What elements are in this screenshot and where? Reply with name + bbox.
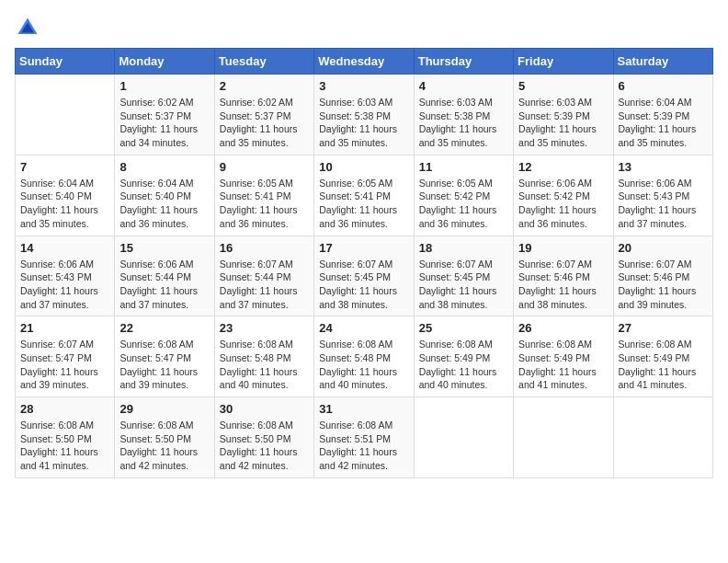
calendar-cell: 29 Sunrise: 6:08 AMSunset: 5:50 PMDaylig… bbox=[115, 397, 214, 478]
day-info: Sunrise: 6:08 AMSunset: 5:49 PMDaylight:… bbox=[419, 338, 508, 392]
header-saturday: Saturday bbox=[613, 49, 712, 75]
calendar-cell: 27 Sunrise: 6:08 AMSunset: 5:49 PMDaylig… bbox=[613, 316, 712, 397]
day-info: Sunrise: 6:03 AMSunset: 5:38 PMDaylight:… bbox=[419, 96, 508, 150]
calendar-cell: 10 Sunrise: 6:05 AMSunset: 5:41 PMDaylig… bbox=[314, 155, 414, 236]
calendar-week-2: 7 Sunrise: 6:04 AMSunset: 5:40 PMDayligh… bbox=[16, 155, 713, 236]
calendar-cell: 13 Sunrise: 6:06 AMSunset: 5:43 PMDaylig… bbox=[613, 155, 712, 236]
calendar-cell: 14 Sunrise: 6:06 AMSunset: 5:43 PMDaylig… bbox=[16, 236, 115, 316]
calendar-cell: 20 Sunrise: 6:07 AMSunset: 5:46 PMDaylig… bbox=[613, 236, 712, 316]
day-number: 5 bbox=[518, 79, 608, 93]
day-info: Sunrise: 6:04 AMSunset: 5:40 PMDaylight:… bbox=[20, 177, 109, 231]
day-number: 19 bbox=[518, 241, 608, 255]
calendar-cell: 24 Sunrise: 6:08 AMSunset: 5:48 PMDaylig… bbox=[314, 316, 414, 397]
calendar-cell: 23 Sunrise: 6:08 AMSunset: 5:48 PMDaylig… bbox=[214, 316, 313, 397]
day-info: Sunrise: 6:05 AMSunset: 5:41 PMDaylight:… bbox=[220, 177, 309, 231]
day-info: Sunrise: 6:08 AMSunset: 5:49 PMDaylight:… bbox=[619, 338, 708, 392]
day-number: 4 bbox=[419, 79, 508, 93]
day-number: 10 bbox=[319, 160, 408, 174]
day-info: Sunrise: 6:02 AMSunset: 5:37 PMDaylight:… bbox=[220, 96, 309, 150]
day-info: Sunrise: 6:07 AMSunset: 5:45 PMDaylight:… bbox=[419, 258, 508, 312]
header-tuesday: Tuesday bbox=[214, 49, 313, 75]
calendar-cell: 11 Sunrise: 6:05 AMSunset: 5:42 PMDaylig… bbox=[414, 155, 513, 236]
calendar-cell: 18 Sunrise: 6:07 AMSunset: 5:45 PMDaylig… bbox=[414, 236, 513, 316]
header-thursday: Thursday bbox=[414, 49, 513, 75]
day-number: 30 bbox=[220, 402, 309, 416]
calendar-week-1: 1 Sunrise: 6:02 AMSunset: 5:37 PMDayligh… bbox=[16, 75, 713, 155]
day-number: 13 bbox=[619, 160, 708, 174]
calendar-cell: 4 Sunrise: 6:03 AMSunset: 5:38 PMDayligh… bbox=[414, 75, 513, 155]
day-info: Sunrise: 6:08 AMSunset: 5:50 PMDaylight:… bbox=[20, 419, 109, 473]
day-number: 26 bbox=[518, 321, 608, 335]
calendar-cell: 31 Sunrise: 6:08 AMSunset: 5:51 PMDaylig… bbox=[314, 397, 414, 478]
calendar-week-5: 28 Sunrise: 6:08 AMSunset: 5:50 PMDaylig… bbox=[16, 397, 713, 478]
day-info: Sunrise: 6:07 AMSunset: 5:45 PMDaylight:… bbox=[319, 258, 408, 312]
day-info: Sunrise: 6:04 AMSunset: 5:40 PMDaylight:… bbox=[119, 177, 209, 231]
day-number: 31 bbox=[319, 402, 408, 416]
header-sunday: Sunday bbox=[16, 49, 115, 75]
calendar-cell: 1 Sunrise: 6:02 AMSunset: 5:37 PMDayligh… bbox=[115, 75, 214, 155]
day-number: 11 bbox=[419, 160, 508, 174]
calendar-cell: 21 Sunrise: 6:07 AMSunset: 5:47 PMDaylig… bbox=[16, 316, 115, 397]
calendar-cell: 30 Sunrise: 6:08 AMSunset: 5:50 PMDaylig… bbox=[214, 397, 313, 478]
calendar-cell: 7 Sunrise: 6:04 AMSunset: 5:40 PMDayligh… bbox=[16, 155, 115, 236]
calendar-cell bbox=[16, 75, 115, 155]
header-monday: Monday bbox=[115, 49, 214, 75]
day-info: Sunrise: 6:08 AMSunset: 5:51 PMDaylight:… bbox=[319, 419, 408, 473]
logo bbox=[15, 15, 44, 40]
day-number: 2 bbox=[220, 79, 309, 93]
day-number: 17 bbox=[319, 241, 408, 255]
calendar-cell: 22 Sunrise: 6:08 AMSunset: 5:47 PMDaylig… bbox=[115, 316, 214, 397]
day-info: Sunrise: 6:07 AMSunset: 5:46 PMDaylight:… bbox=[518, 258, 608, 312]
day-number: 6 bbox=[619, 79, 708, 93]
calendar-week-3: 14 Sunrise: 6:06 AMSunset: 5:43 PMDaylig… bbox=[16, 236, 713, 316]
day-number: 9 bbox=[220, 160, 309, 174]
calendar-cell: 19 Sunrise: 6:07 AMSunset: 5:46 PMDaylig… bbox=[514, 236, 613, 316]
day-number: 12 bbox=[518, 160, 608, 174]
day-info: Sunrise: 6:06 AMSunset: 5:43 PMDaylight:… bbox=[20, 258, 109, 312]
day-info: Sunrise: 6:06 AMSunset: 5:44 PMDaylight:… bbox=[119, 258, 209, 312]
calendar-cell bbox=[414, 397, 513, 478]
day-number: 27 bbox=[619, 321, 708, 335]
header-friday: Friday bbox=[514, 49, 613, 75]
day-number: 16 bbox=[220, 241, 309, 255]
day-info: Sunrise: 6:04 AMSunset: 5:39 PMDaylight:… bbox=[619, 96, 708, 150]
day-info: Sunrise: 6:07 AMSunset: 5:46 PMDaylight:… bbox=[619, 258, 708, 312]
day-number: 28 bbox=[20, 402, 109, 416]
day-number: 3 bbox=[319, 79, 408, 93]
calendar-week-4: 21 Sunrise: 6:07 AMSunset: 5:47 PMDaylig… bbox=[16, 316, 713, 397]
calendar-cell: 3 Sunrise: 6:03 AMSunset: 5:38 PMDayligh… bbox=[314, 75, 414, 155]
day-info: Sunrise: 6:03 AMSunset: 5:38 PMDaylight:… bbox=[319, 96, 408, 150]
day-info: Sunrise: 6:07 AMSunset: 5:47 PMDaylight:… bbox=[20, 338, 109, 392]
day-info: Sunrise: 6:07 AMSunset: 5:44 PMDaylight:… bbox=[220, 258, 309, 312]
day-info: Sunrise: 6:06 AMSunset: 5:43 PMDaylight:… bbox=[619, 177, 708, 231]
calendar-cell: 28 Sunrise: 6:08 AMSunset: 5:50 PMDaylig… bbox=[16, 397, 115, 478]
calendar-cell: 9 Sunrise: 6:05 AMSunset: 5:41 PMDayligh… bbox=[214, 155, 313, 236]
day-number: 23 bbox=[220, 321, 309, 335]
page-header bbox=[15, 15, 713, 40]
day-info: Sunrise: 6:05 AMSunset: 5:41 PMDaylight:… bbox=[319, 177, 408, 231]
day-info: Sunrise: 6:08 AMSunset: 5:50 PMDaylight:… bbox=[220, 419, 309, 473]
day-info: Sunrise: 6:08 AMSunset: 5:48 PMDaylight:… bbox=[319, 338, 408, 392]
calendar-cell: 25 Sunrise: 6:08 AMSunset: 5:49 PMDaylig… bbox=[414, 316, 513, 397]
day-number: 22 bbox=[119, 321, 209, 335]
calendar-cell: 6 Sunrise: 6:04 AMSunset: 5:39 PMDayligh… bbox=[613, 75, 712, 155]
day-info: Sunrise: 6:08 AMSunset: 5:47 PMDaylight:… bbox=[119, 338, 209, 392]
calendar-cell: 5 Sunrise: 6:03 AMSunset: 5:39 PMDayligh… bbox=[514, 75, 613, 155]
day-info: Sunrise: 6:03 AMSunset: 5:39 PMDaylight:… bbox=[518, 96, 608, 150]
day-number: 1 bbox=[119, 79, 209, 93]
day-number: 25 bbox=[419, 321, 508, 335]
calendar-cell: 17 Sunrise: 6:07 AMSunset: 5:45 PMDaylig… bbox=[314, 236, 414, 316]
day-info: Sunrise: 6:02 AMSunset: 5:37 PMDaylight:… bbox=[119, 96, 209, 150]
day-number: 18 bbox=[419, 241, 508, 255]
day-number: 24 bbox=[319, 321, 408, 335]
day-number: 20 bbox=[619, 241, 708, 255]
day-info: Sunrise: 6:08 AMSunset: 5:48 PMDaylight:… bbox=[220, 338, 309, 392]
calendar-cell: 26 Sunrise: 6:08 AMSunset: 5:49 PMDaylig… bbox=[514, 316, 613, 397]
day-info: Sunrise: 6:08 AMSunset: 5:49 PMDaylight:… bbox=[518, 338, 608, 392]
day-info: Sunrise: 6:05 AMSunset: 5:42 PMDaylight:… bbox=[419, 177, 508, 231]
day-number: 29 bbox=[119, 402, 209, 416]
calendar-table: Sunday Monday Tuesday Wednesday Thursday… bbox=[15, 48, 713, 478]
calendar-cell: 16 Sunrise: 6:07 AMSunset: 5:44 PMDaylig… bbox=[214, 236, 313, 316]
logo-icon bbox=[15, 15, 40, 40]
calendar-cell: 2 Sunrise: 6:02 AMSunset: 5:37 PMDayligh… bbox=[214, 75, 313, 155]
